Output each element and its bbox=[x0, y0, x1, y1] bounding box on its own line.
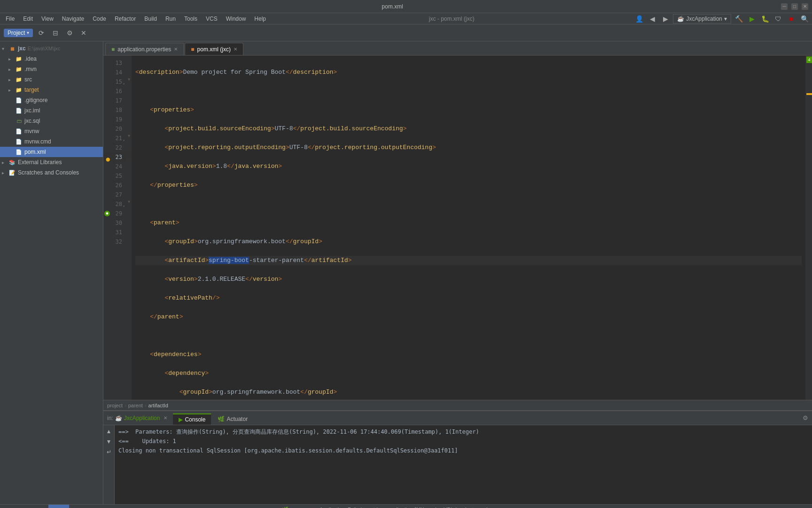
project-tab[interactable]: Project ▾ bbox=[4, 29, 33, 37]
jxc-label: jxc bbox=[18, 45, 26, 52]
idea-label: .idea bbox=[24, 56, 37, 62]
pom-xml-close[interactable]: ✕ bbox=[234, 47, 237, 52]
settings-button[interactable]: ⚙ bbox=[64, 27, 75, 39]
menu-edit[interactable]: Edit bbox=[19, 15, 37, 23]
code-line-23: <artifactId>spring-boot-starter-parent</… bbox=[135, 256, 802, 265]
sidebar-item-target[interactable]: ▸ 📁 target bbox=[0, 85, 103, 95]
close-button[interactable]: ✕ bbox=[802, 3, 808, 10]
breakpoint-29[interactable]: ● bbox=[104, 211, 110, 216]
gm-30 bbox=[126, 215, 132, 225]
tab-actuator[interactable]: 🌿 Actuator bbox=[212, 413, 253, 425]
line-14: 14 bbox=[103, 68, 126, 77]
idea-icon: 📁 bbox=[15, 55, 23, 63]
gm-28[interactable]: ▾ bbox=[126, 197, 132, 206]
menu-view[interactable]: View bbox=[38, 15, 57, 23]
hide-panel-button[interactable]: ✕ bbox=[78, 27, 89, 39]
sidebar-item-scratches[interactable]: ▸ 📝 Scratches and Consoles bbox=[0, 167, 103, 178]
status-profiler[interactable]: Profiler bbox=[128, 505, 150, 508]
search-button[interactable]: 🔍 bbox=[799, 13, 810, 24]
line-23: 23 ● bbox=[103, 152, 126, 162]
app-props-icon: ■ bbox=[111, 46, 115, 53]
menu-tools[interactable]: Tools bbox=[180, 15, 201, 23]
breadcrumb-project[interactable]: project bbox=[107, 403, 123, 408]
sidebar-item-jxc[interactable]: ▾ ◼ jxc E:\java\XM\jxc bbox=[0, 43, 103, 54]
minimize-button[interactable]: ─ bbox=[781, 3, 788, 10]
code-line-21: <parent> bbox=[135, 219, 180, 226]
scroll-up-button[interactable]: ▲ bbox=[104, 427, 114, 436]
sidebar-item-mvnw-cmd[interactable]: 📄 mvnw.cmd bbox=[0, 136, 103, 147]
actuator-icon: 🌿 bbox=[218, 416, 225, 422]
menu-navigate[interactable]: Navigate bbox=[58, 15, 88, 23]
app-props-close[interactable]: ✕ bbox=[174, 47, 178, 52]
sidebar-item-idea[interactable]: ▸ 📁 .idea bbox=[0, 54, 103, 64]
maximize-button[interactable]: □ bbox=[791, 3, 798, 10]
sidebar-item-external-libs[interactable]: ▸ 📚 External Libraries bbox=[0, 157, 103, 167]
menu-code[interactable]: Code bbox=[89, 15, 110, 23]
ext-libs-icon: 📚 bbox=[8, 159, 16, 166]
sidebar-item-jxc-iml[interactable]: 📄 jxc.iml bbox=[0, 105, 103, 116]
sidebar-item-src[interactable]: ▸ 📁 src bbox=[0, 74, 103, 85]
breadcrumb-artifactid[interactable]: artifactId bbox=[148, 403, 168, 408]
gitignore-icon: 📄 bbox=[15, 96, 23, 104]
status-build[interactable]: Build bbox=[216, 505, 233, 508]
scroll-down-button[interactable]: ▼ bbox=[104, 437, 114, 446]
run-config-tab-label[interactable]: JxcApplication bbox=[124, 415, 160, 421]
status-todo[interactable]: TODO bbox=[73, 505, 94, 508]
gm-21[interactable]: ▾ bbox=[126, 131, 132, 140]
menu-vcs[interactable]: VCS bbox=[202, 15, 221, 23]
code-line-16: <project.build.sourceEncoding>UTF-8</pro… bbox=[135, 125, 406, 132]
scratches-label: Scratches and Consoles bbox=[18, 169, 79, 176]
sidebar: ▾ ◼ jxc E:\java\XM\jxc ▸ 📁 .idea ▸ 📁 .mv… bbox=[0, 41, 103, 504]
gm-15[interactable]: ▾ bbox=[126, 74, 132, 84]
soft-wrap-button[interactable]: ↵ bbox=[104, 448, 114, 456]
forward-button[interactable]: ▶ bbox=[660, 13, 671, 24]
tab-console[interactable]: ▶ Console bbox=[173, 413, 211, 425]
run-config-tab-close[interactable]: ✕ bbox=[164, 415, 167, 421]
sync-button[interactable]: ⟳ bbox=[36, 27, 47, 39]
status-run[interactable]: ▶ Run bbox=[48, 505, 69, 508]
status-problems[interactable]: Problems bbox=[97, 505, 125, 508]
mvn-icon: 📁 bbox=[15, 65, 23, 73]
pom-xml-tab-label: pom.xml (jxc) bbox=[197, 46, 231, 53]
sidebar-item-gitignore[interactable]: 📄 .gitignore bbox=[0, 95, 103, 105]
run-config-selector[interactable]: ☕ JxcApplication ▾ bbox=[673, 14, 731, 24]
bottom-panel-gear[interactable]: ⚙ bbox=[799, 414, 812, 421]
code-editor[interactable]: <description>Demo project for Spring Boo… bbox=[132, 56, 805, 400]
sidebar-item-mvnw[interactable]: 📄 mvnw bbox=[0, 126, 103, 136]
status-spring[interactable]: 🌿 Spring bbox=[279, 505, 308, 508]
coverage-button[interactable]: 🛡 bbox=[773, 13, 784, 24]
status-version-control[interactable]: Version Control bbox=[4, 505, 45, 508]
run-config-label: JxcApplication bbox=[686, 16, 722, 22]
collapse-all-button[interactable]: ⊟ bbox=[50, 27, 61, 39]
warning-mark-1[interactable] bbox=[806, 93, 812, 95]
back-button[interactable]: ◀ bbox=[647, 13, 658, 24]
sidebar-item-mvn[interactable]: ▸ 📁 .mvn bbox=[0, 64, 103, 74]
src-arrow: ▸ bbox=[8, 77, 15, 82]
status-dependencies[interactable]: Dependencies bbox=[236, 505, 275, 508]
status-terminal[interactable]: Terminal bbox=[154, 505, 180, 508]
sidebar-item-pom-xml[interactable]: 📄 pom.xml bbox=[0, 147, 103, 157]
menu-file[interactable]: File bbox=[2, 15, 18, 23]
debug-button[interactable]: 🐛 bbox=[759, 13, 771, 24]
bottom-settings-icon: ⚙ bbox=[803, 414, 808, 421]
target-arrow: ▸ bbox=[8, 87, 15, 93]
tab-pom-xml[interactable]: ■ pom.xml (jxc) ✕ bbox=[185, 43, 243, 55]
run-button[interactable]: ▶ bbox=[746, 13, 757, 24]
menu-build[interactable]: Build bbox=[141, 15, 161, 23]
tab-application-properties[interactable]: ■ application.properties ✕ bbox=[105, 43, 184, 55]
breadcrumb-parent[interactable]: parent bbox=[128, 403, 143, 408]
right-gutter: 4 bbox=[805, 56, 812, 400]
jxc-iml-label: jxc.iml bbox=[24, 107, 40, 114]
status-endpoints[interactable]: Endpoints bbox=[183, 505, 212, 508]
menu-window[interactable]: Window bbox=[222, 15, 250, 23]
menu-refactor[interactable]: Refactor bbox=[111, 15, 140, 23]
menu-help[interactable]: Help bbox=[250, 15, 270, 23]
build-button[interactable]: 🔨 bbox=[733, 13, 744, 24]
idea-arrow: ▸ bbox=[8, 56, 15, 62]
console-line-2: <== Updates: 1 bbox=[118, 437, 808, 446]
sidebar-item-jxc-sql[interactable]: 🗃 jxc.sql bbox=[0, 116, 103, 126]
stop-button[interactable]: ■ bbox=[786, 13, 797, 24]
menu-run[interactable]: Run bbox=[162, 15, 180, 23]
profile-button[interactable]: 👤 bbox=[633, 13, 645, 24]
line-13: 13 bbox=[103, 58, 126, 68]
